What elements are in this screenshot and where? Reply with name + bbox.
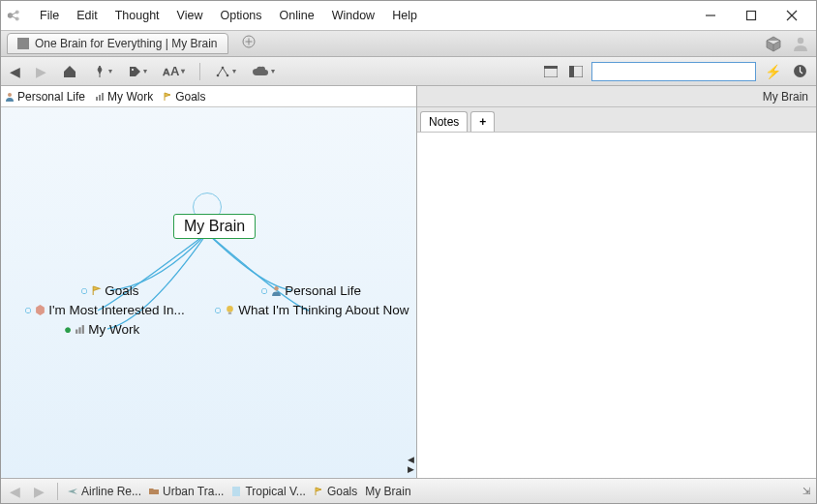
notes-pane: My Brain Notes +: [417, 86, 816, 478]
svg-point-11: [132, 69, 134, 71]
brainbox-icon[interactable]: [764, 34, 783, 53]
window-controls: [690, 3, 812, 28]
instant-activate-icon[interactable]: ⚡: [762, 62, 784, 81]
person-icon: [5, 92, 15, 102]
tab-notes[interactable]: Notes: [420, 111, 468, 132]
menu-thought[interactable]: Thought: [107, 5, 167, 26]
history-item[interactable]: Urban Tra...: [149, 485, 224, 498]
svg-rect-23: [102, 93, 104, 101]
home-button[interactable]: [59, 62, 80, 81]
cloud-tool-button[interactable]: [249, 63, 278, 80]
tag-tool-button[interactable]: [125, 63, 150, 80]
menu-window[interactable]: Window: [324, 5, 382, 26]
child-thinking[interactable]: ○What I'm Thinking About Now: [214, 303, 409, 317]
menu-help[interactable]: Help: [384, 5, 425, 26]
back-button[interactable]: ◀: [7, 62, 23, 81]
svg-rect-18: [569, 66, 574, 77]
child-personal-life[interactable]: ○Personal Life: [260, 283, 361, 298]
svg-rect-16: [544, 66, 558, 69]
menu-online[interactable]: Online: [272, 5, 322, 26]
menu-edit[interactable]: Edit: [69, 5, 106, 26]
panel-toggle-2[interactable]: [566, 64, 586, 79]
add-tab-button[interactable]: [236, 35, 261, 52]
tab-icon: [17, 38, 29, 49]
history-item[interactable]: My Brain: [365, 485, 410, 498]
folder-icon: [149, 487, 159, 496]
child-my-work[interactable]: ●My Work: [64, 322, 139, 337]
child-goals[interactable]: ○Goals: [80, 283, 138, 298]
svg-rect-28: [76, 330, 77, 334]
person-icon: [271, 285, 282, 296]
flag-icon: [91, 285, 102, 296]
pin-bar: Personal Life My Work Goals: [1, 86, 416, 107]
notes-tabs: Notes +: [417, 107, 816, 133]
svg-marker-25: [36, 305, 45, 315]
brain-tab[interactable]: One Brain for Everything | My Brain: [7, 33, 228, 54]
page-icon: [231, 487, 241, 496]
maximize-button[interactable]: [731, 3, 772, 28]
plane-icon: [68, 487, 77, 496]
close-button[interactable]: [772, 3, 812, 28]
tab-title: One Brain for Everything | My Brain: [35, 37, 218, 50]
app-logo-icon: [5, 6, 24, 25]
bulb-icon: [225, 305, 235, 315]
svg-rect-27: [228, 312, 231, 314]
forward-button[interactable]: ▶: [33, 62, 49, 81]
plex-canvas[interactable]: My Brain ○Goals ○Personal Life ○I'm Most…: [1, 107, 416, 478]
main-menu: File Edit Thought View Options Online Wi…: [32, 5, 425, 26]
content-area: Personal Life My Work Goals My Brain ○Go…: [1, 86, 816, 478]
clock-icon[interactable]: [790, 62, 810, 80]
layout-tool-button[interactable]: [212, 63, 239, 80]
notes-header: My Brain: [417, 86, 816, 107]
hex-icon: [35, 305, 45, 315]
center-thought[interactable]: My Brain: [173, 214, 256, 239]
history-forward-button[interactable]: ▶: [31, 482, 47, 501]
panel-toggle-1[interactable]: [541, 64, 560, 79]
user-icon[interactable]: [791, 34, 810, 53]
svg-rect-22: [99, 95, 101, 101]
pin-my-work[interactable]: My Work: [95, 90, 153, 104]
svg-rect-21: [96, 97, 98, 101]
svg-point-10: [798, 38, 803, 44]
search-input[interactable]: [591, 62, 756, 81]
history-back-button[interactable]: ◀: [7, 482, 23, 501]
menu-options[interactable]: Options: [212, 5, 269, 26]
svg-rect-31: [232, 487, 240, 496]
child-interested[interactable]: ○I'm Most Interested In...: [24, 303, 185, 317]
menu-view[interactable]: View: [169, 5, 211, 26]
bars-icon: [75, 324, 85, 335]
pin-personal-life[interactable]: Personal Life: [5, 90, 85, 104]
history-item[interactable]: Tropical V...: [231, 485, 305, 498]
plex-pane: Personal Life My Work Goals My Brain ○Go…: [1, 86, 417, 478]
flag-icon: [163, 92, 172, 102]
history-item[interactable]: Airline Re...: [68, 485, 141, 498]
flag-icon: [314, 487, 323, 496]
resize-grip-icon[interactable]: ⇲: [802, 486, 810, 496]
svg-point-1: [15, 10, 19, 14]
svg-point-24: [274, 286, 278, 290]
svg-point-20: [8, 93, 12, 97]
toolbar: ◀ ▶ ᴀA ⚡: [1, 57, 816, 86]
pin-tool-button[interactable]: [90, 63, 115, 80]
svg-point-26: [227, 306, 233, 312]
menu-file[interactable]: File: [32, 5, 67, 26]
svg-rect-30: [82, 325, 84, 334]
splitter-handle-icon[interactable]: ◀▶: [408, 455, 414, 474]
svg-point-2: [15, 17, 19, 21]
history-bar: ◀ ▶ Airline Re... Urban Tra... Tropical …: [1, 478, 816, 503]
tab-add-button[interactable]: +: [470, 111, 495, 132]
bars-icon: [95, 92, 105, 102]
text-tool-button[interactable]: ᴀA: [160, 62, 188, 80]
document-tabbar: One Brain for Everything | My Brain: [1, 30, 816, 57]
pin-goals[interactable]: Goals: [163, 90, 205, 104]
history-item[interactable]: Goals: [314, 485, 357, 498]
minimize-button[interactable]: [690, 3, 731, 28]
notes-body[interactable]: [417, 133, 816, 478]
titlebar: File Edit Thought View Options Online Wi…: [1, 1, 816, 30]
svg-rect-4: [747, 12, 756, 20]
svg-rect-29: [79, 327, 81, 334]
